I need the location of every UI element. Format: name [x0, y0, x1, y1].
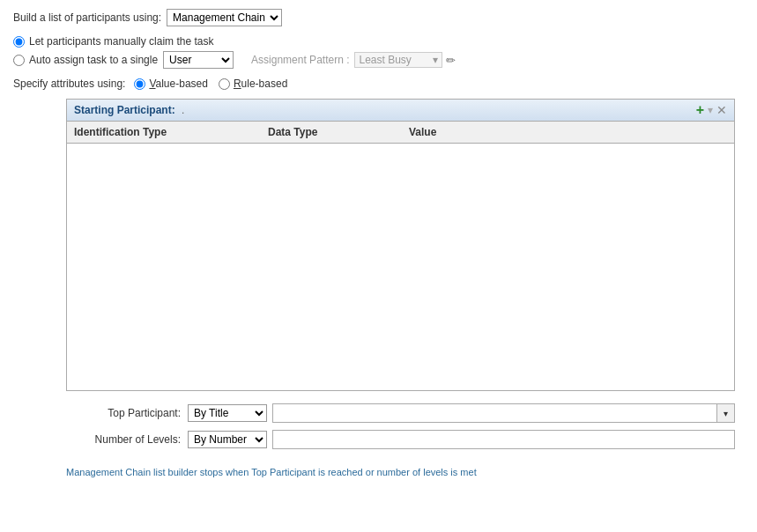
- bottom-form: Top Participant: By Title By Name By Rol…: [66, 403, 735, 449]
- radio-row-1: Let participants manually claim the task: [13, 35, 744, 48]
- table-title: Starting Participant:: [74, 104, 175, 116]
- col-value: Value: [402, 124, 734, 140]
- add-row-button[interactable]: +: [696, 103, 704, 117]
- table-body: [67, 144, 734, 390]
- close-table-button[interactable]: ✕: [716, 104, 727, 116]
- column-headers: Identification Type Data Type Value: [67, 122, 734, 144]
- radio-row-2: Auto assign task to a single User Group …: [13, 51, 744, 69]
- build-select[interactable]: Management Chain Role Group Job Title: [167, 9, 282, 26]
- radio-auto-label: Auto assign task to a single: [29, 54, 158, 66]
- radio-manual[interactable]: [13, 36, 25, 48]
- number-of-levels-label: Number of Levels:: [66, 433, 181, 446]
- value-based-label: Value-based: [149, 78, 208, 90]
- top-participant-dropdown-btn[interactable]: ▾: [717, 403, 735, 423]
- edit-icon[interactable]: ✏: [446, 54, 456, 67]
- value-based-option: Value-based: [134, 78, 208, 90]
- assignment-row: Assignment Pattern : Least Busy ▾ ✏: [251, 52, 456, 68]
- top-participant-label: Top Participant:: [66, 407, 181, 419]
- specify-label: Specify attributes using:: [13, 78, 125, 90]
- top-participant-select[interactable]: By Title By Name By Role: [188, 404, 267, 422]
- col-data-type: Data Type: [261, 124, 402, 140]
- build-label: Build a list of participants using:: [13, 11, 161, 24]
- separator: ▾: [708, 104, 713, 116]
- footer-note: Management Chain list builder stops when…: [66, 467, 744, 477]
- rule-based-label: Rule-based: [234, 78, 287, 90]
- number-of-levels-input[interactable]: [272, 430, 735, 449]
- assignment-pattern-select: Least Busy ▾: [354, 52, 442, 68]
- rule-based-option: Rule-based: [219, 78, 287, 90]
- radio-manual-label: Let participants manually claim the task: [29, 35, 213, 48]
- top-participant-input[interactable]: [272, 403, 717, 423]
- radio-value-based[interactable]: [134, 78, 145, 90]
- table-header: Starting Participant: . + ▾ ✕: [67, 100, 734, 122]
- radio-group: Let participants manually claim the task…: [13, 35, 744, 72]
- auto-assign-select[interactable]: User Group Role: [163, 51, 234, 69]
- col-identification-type: Identification Type: [67, 124, 261, 140]
- build-row: Build a list of participants using: Mana…: [13, 9, 744, 26]
- top-participant-row: Top Participant: By Title By Name By Rol…: [66, 403, 735, 423]
- specify-row: Specify attributes using: Value-based Ru…: [13, 78, 744, 90]
- starting-participant-table: Starting Participant: . + ▾ ✕ Identifica…: [66, 99, 735, 391]
- table-header-left: Starting Participant: .: [74, 104, 184, 116]
- top-participant-input-group: ▾: [272, 403, 735, 423]
- assignment-pattern-label: Assignment Pattern :: [251, 54, 349, 66]
- header-actions: + ▾ ✕: [696, 103, 727, 117]
- table-dot: .: [182, 104, 184, 116]
- radio-auto[interactable]: [13, 55, 25, 66]
- number-of-levels-select[interactable]: By Number By Title By Role: [188, 431, 267, 448]
- radio-rule-based[interactable]: [219, 78, 230, 90]
- number-of-levels-row: Number of Levels: By Number By Title By …: [66, 430, 735, 449]
